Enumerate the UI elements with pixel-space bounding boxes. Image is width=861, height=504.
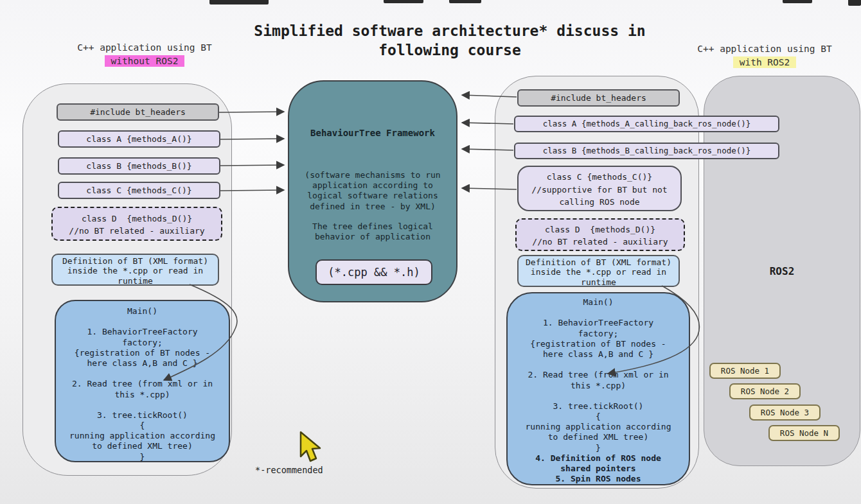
page-title-line2: following course xyxy=(212,40,688,60)
main-line: Main() xyxy=(56,306,229,317)
main-line: { xyxy=(56,421,229,431)
main-line: to defined XML tree) xyxy=(56,441,229,451)
screen-artifact xyxy=(783,0,812,3)
main-line: here class A,B and C } xyxy=(508,349,689,360)
def-bt-line: inside the *.cpp or read in xyxy=(53,266,218,275)
ros-node-2: ROS Node 2 xyxy=(729,383,801,399)
main-line xyxy=(56,369,229,379)
def-bt-line: Definition of BT (XML format) xyxy=(519,257,679,267)
left-class-b-box: class B {methods_B()} xyxy=(58,157,220,175)
main-line: {registration of BT nodes - xyxy=(508,339,689,349)
def-bt-line: runtime xyxy=(53,276,218,286)
left-column-header: C++ application using BT without ROS2 xyxy=(58,41,231,68)
main-line xyxy=(508,360,689,370)
screen-artifact xyxy=(449,0,481,3)
page-title-line1: Simplified software architecture* discus… xyxy=(212,21,688,40)
right-header-highlight-row: with ROS2 xyxy=(678,56,851,69)
main-line: 3. tree.tickRoot() xyxy=(56,410,229,421)
right-column-header: C++ application using BT with ROS2 xyxy=(678,42,851,69)
right-class-a-box: class A {methods_A_calling_back_ros_node… xyxy=(514,116,779,132)
main-line: this *.cpp) xyxy=(56,390,229,400)
main-line: factory; xyxy=(508,329,689,339)
with-ros2-highlight: with ROS2 xyxy=(733,56,797,68)
left-main-box: Main() 1. BehaviorTreeFactory factory; {… xyxy=(55,300,230,462)
right-class-b-box: class B {methods_B_calling_back_ros_node… xyxy=(514,143,779,159)
ros-node-1: ROS Node 1 xyxy=(709,363,781,379)
main-line: 1. BehaviorTreeFactory xyxy=(508,318,689,328)
framework-files-box: (*.cpp && *.h) xyxy=(315,259,432,285)
main-line: to defined XML tree) xyxy=(508,432,689,442)
main-line-bold: shared pointers xyxy=(508,464,689,474)
right-header-text: C++ application using BT xyxy=(678,42,851,56)
slide-background: { "title": { "line1": "Simplified softwa… xyxy=(0,0,861,504)
main-line: Main() xyxy=(508,297,689,308)
main-line: running application according xyxy=(56,431,229,441)
framework-desc-line: defined in tree - by XML) xyxy=(289,202,456,212)
right-main-box: Main() 1. BehaviorTreeFactory factory; {… xyxy=(506,292,690,485)
class-c-line: //supportive for BT but not xyxy=(519,184,680,196)
left-class-d-box: class D {methods_D()} //no BT related - … xyxy=(51,207,222,241)
def-bt-line: runtime xyxy=(519,277,679,287)
screen-artifact xyxy=(848,0,861,6)
right-include-box: #include bt_headers xyxy=(517,89,680,107)
main-line: 3. tree.tickRoot() xyxy=(508,401,689,412)
main-line: 1. BehaviorTreeFactory xyxy=(56,327,229,337)
def-bt-line: Definition of BT (XML format) xyxy=(53,256,218,266)
class-c-line: calling ROS node xyxy=(519,196,680,209)
main-line xyxy=(508,308,689,318)
class-c-line: class C {methods_C()} xyxy=(519,171,680,184)
screen-artifact xyxy=(209,0,269,4)
right-def-bt-box: Definition of BT (XML format) inside the… xyxy=(517,255,680,287)
main-line-bold: 5. Spin ROS nodes xyxy=(508,474,689,484)
main-line: this *.cpp) xyxy=(508,381,689,391)
framework-description: (software mechanisms to run application … xyxy=(289,170,456,212)
framework-note-line: behavior of application xyxy=(289,232,456,242)
recommended-footnote: *-recommended xyxy=(255,465,323,475)
main-line xyxy=(508,391,689,401)
main-line: } xyxy=(508,443,689,453)
without-ros2-highlight: without ROS2 xyxy=(105,55,185,67)
main-line: running application according xyxy=(508,422,689,432)
main-line: 2. Read tree (from xml or in xyxy=(508,370,689,380)
framework-title: BehaviourTree Framework xyxy=(289,128,456,138)
ros-node-3: ROS Node 3 xyxy=(749,404,821,421)
ros2-title: ROS2 xyxy=(704,265,860,277)
behaviourtree-framework-box: BehaviourTree Framework (software mechan… xyxy=(288,80,457,302)
main-line xyxy=(56,400,229,410)
mouse-cursor-icon xyxy=(297,431,325,465)
main-line: {registration of BT nodes - xyxy=(56,348,229,358)
class-d-line: //no BT related - auxiliary xyxy=(517,236,684,248)
screen-artifact xyxy=(384,0,423,3)
class-d-line: class D {methods_D()} xyxy=(53,213,221,225)
framework-desc-line: application according to xyxy=(289,180,456,191)
left-class-c-box: class C {methods_C()} xyxy=(58,182,220,199)
framework-note-line: The tree defines logical xyxy=(289,222,456,232)
left-header-text: C++ application using BT xyxy=(58,41,231,55)
framework-desc-line: (software mechanisms to run xyxy=(289,170,456,180)
main-line-bold: 4. Definition of ROS node xyxy=(508,453,689,464)
def-bt-line: inside the *.cpp or read in xyxy=(519,267,679,277)
right-class-d-box: class D {methods_D()} //no BT related - … xyxy=(515,218,685,251)
framework-desc-line: logical software relations xyxy=(289,191,456,201)
right-class-c-box: class C {methods_C()} //supportive for B… xyxy=(517,166,682,211)
main-line: 2. Read tree (from xml or in xyxy=(56,379,229,389)
main-line: here class A,B and C } xyxy=(56,358,229,369)
class-d-line: //no BT related - auxiliary xyxy=(53,225,221,237)
left-class-a-box: class A {methods_A()} xyxy=(58,130,220,148)
left-header-highlight-row: without ROS2 xyxy=(58,55,231,68)
page-title: Simplified software architecture* discus… xyxy=(212,21,688,60)
framework-tree-note: The tree defines logical behavior of app… xyxy=(289,222,456,242)
left-include-box: #include bt_headers xyxy=(57,103,219,121)
main-line: factory; xyxy=(56,338,229,348)
main-line: { xyxy=(508,412,689,422)
ros-node-n: ROS Node N xyxy=(768,425,840,441)
class-d-line: class D {methods_D()} xyxy=(517,223,684,236)
main-line xyxy=(56,317,229,327)
left-def-bt-box: Definition of BT (XML format) inside the… xyxy=(51,254,219,286)
main-line: } xyxy=(56,452,229,462)
